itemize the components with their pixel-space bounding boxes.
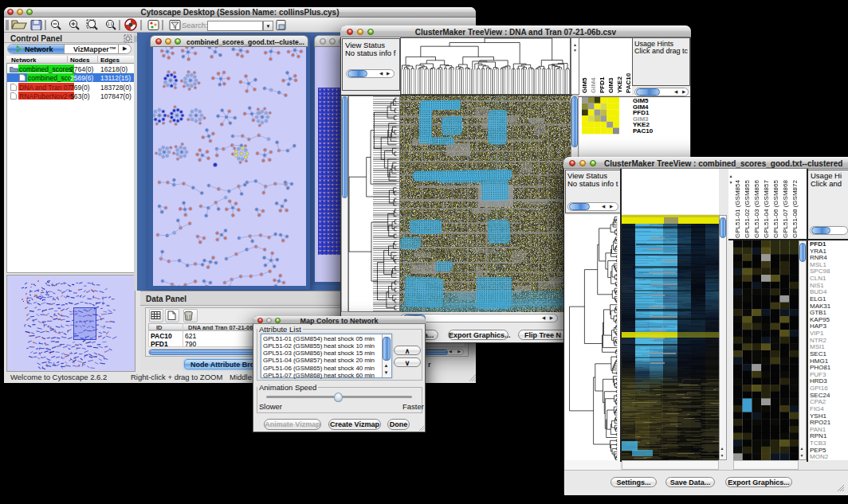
svg-text:1:1: 1:1 bbox=[108, 21, 113, 26]
